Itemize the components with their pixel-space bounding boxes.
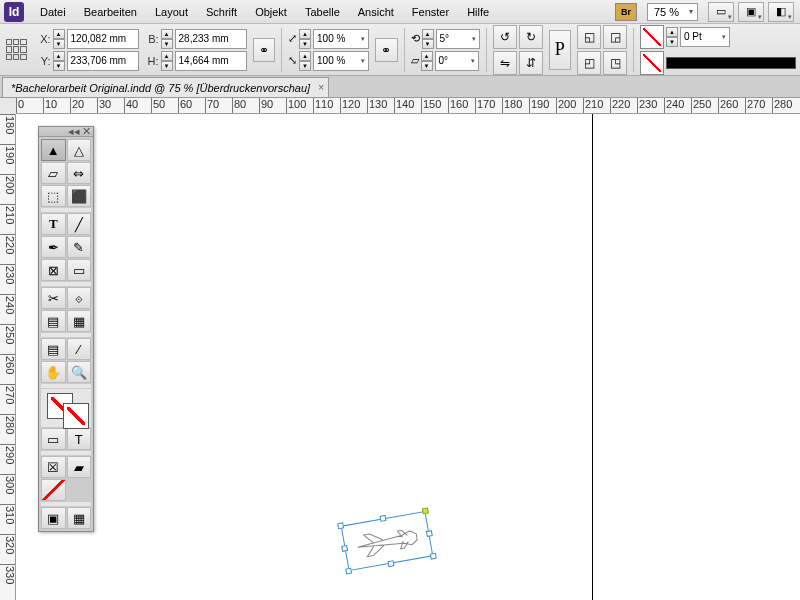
free-transform-tool[interactable]: ⟐ <box>67 287 92 309</box>
handle-top-right[interactable] <box>422 507 429 514</box>
gap-tool[interactable]: ⇔ <box>67 162 92 184</box>
formatting-container-button[interactable]: ▭ <box>41 428 66 450</box>
fill-stroke-swatches[interactable] <box>41 389 91 427</box>
flip-h-button[interactable]: ⇋ <box>493 51 517 75</box>
paragraph-style-icon[interactable]: P <box>549 30 572 70</box>
handle-top-mid[interactable] <box>380 515 387 522</box>
app-icon: Id <box>4 2 24 22</box>
handle-mid-left[interactable] <box>341 545 348 552</box>
screen-mode-button[interactable]: ▣ <box>738 2 764 22</box>
h-spinner[interactable]: ▲▼ <box>161 51 173 71</box>
select-next-button[interactable]: ◳ <box>603 51 627 75</box>
x-label: X: <box>37 33 51 45</box>
line-tool[interactable]: ╱ <box>67 213 92 235</box>
scale-x-spinner[interactable]: ▲▼ <box>299 29 311 49</box>
rectangle-tool[interactable]: ▭ <box>67 259 92 281</box>
flip-v-button[interactable]: ⇵ <box>519 51 543 75</box>
scissors-tool[interactable]: ✂ <box>41 287 66 309</box>
document-tab[interactable]: *Bachelorarbeit Original.indd @ 75 % [Üb… <box>2 77 329 97</box>
gradient-feather-tool[interactable]: ▦ <box>67 310 92 332</box>
apply-none-button[interactable]: ☒ <box>41 456 66 478</box>
menu-hilfe[interactable]: Hilfe <box>459 3 497 21</box>
scale-x-field[interactable]: 100 % <box>313 29 369 49</box>
y-spinner[interactable]: ▲▼ <box>53 51 65 71</box>
hand-tool[interactable]: ✋ <box>41 361 66 383</box>
apply-color-button[interactable]: ▰ <box>67 456 92 478</box>
handle-bot-mid[interactable] <box>388 560 395 567</box>
eyedropper-tool[interactable]: ⁄ <box>67 338 92 360</box>
page-tool[interactable]: ▱ <box>41 162 66 184</box>
menu-datei[interactable]: Datei <box>32 3 74 21</box>
menu-layout[interactable]: Layout <box>147 3 196 21</box>
canvas[interactable] <box>16 114 800 600</box>
stroke-weight-field[interactable]: 0 Pt <box>680 27 730 47</box>
zoom-tool[interactable]: 🔍 <box>67 361 92 383</box>
zoom-level-select[interactable]: 75 % <box>647 3 698 21</box>
reference-point-grid[interactable] <box>4 37 29 63</box>
note-tool[interactable]: ▤ <box>41 338 66 360</box>
scale-group: ⤢▲▼100 % ⤡▲▼100 % <box>288 29 369 71</box>
normal-view-mode[interactable]: ▣ <box>41 507 66 529</box>
vertical-ruler[interactable]: 1801902002102202302402502602702802903003… <box>0 114 16 600</box>
rectangle-frame-tool[interactable]: ⊠ <box>41 259 66 281</box>
pen-tool[interactable]: ✒ <box>41 236 66 258</box>
gradient-swatch-tool[interactable]: ▤ <box>41 310 66 332</box>
content-collector-tool[interactable]: ⬚ <box>41 185 66 207</box>
type-tool[interactable]: T <box>41 213 66 235</box>
handle-bot-right[interactable] <box>430 553 437 560</box>
scale-y-spinner[interactable]: ▲▼ <box>299 51 311 71</box>
horizontal-ruler[interactable]: 0102030405060708090100110120130140150160… <box>16 98 800 114</box>
apply-gradient-button[interactable] <box>41 479 66 501</box>
rotate-field[interactable]: 5° <box>436 29 480 49</box>
handle-bot-left[interactable] <box>345 568 352 575</box>
menu-tabelle[interactable]: Tabelle <box>297 3 348 21</box>
x-field[interactable]: 120,082 mm <box>67 29 139 49</box>
menu-schrift[interactable]: Schrift <box>198 3 245 21</box>
h-label: H: <box>145 55 159 67</box>
scale-y-field[interactable]: 100 % <box>313 51 369 71</box>
select-container-button[interactable]: ◱ <box>577 25 601 49</box>
constrain-proportions-icon[interactable]: ⚭ <box>253 38 276 62</box>
menu-fenster[interactable]: Fenster <box>404 3 457 21</box>
select-prev-button[interactable]: ◰ <box>577 51 601 75</box>
tools-panel-header[interactable]: ◂◂✕ <box>39 127 93 137</box>
stroke-weight-spinner[interactable]: ▲▼ <box>666 27 678 47</box>
workspace: 1801902002102202302402502602702802903003… <box>0 114 800 600</box>
handle-mid-right[interactable] <box>426 530 433 537</box>
position-group: X:▲▼120,082 mm Y:▲▼233,706 mm <box>37 29 139 71</box>
direct-selection-tool[interactable]: △ <box>67 139 92 161</box>
selected-object[interactable] <box>341 511 434 571</box>
x-spinner[interactable]: ▲▼ <box>53 29 65 49</box>
close-tab-icon[interactable]: × <box>318 82 324 93</box>
stroke-color-swatch[interactable] <box>63 403 89 429</box>
menu-objekt[interactable]: Objekt <box>247 3 295 21</box>
fill-swatch[interactable] <box>640 25 664 49</box>
rotate-spinner[interactable]: ▲▼ <box>422 29 434 49</box>
menu-ansicht[interactable]: Ansicht <box>350 3 402 21</box>
selection-tool[interactable]: ▲ <box>41 139 66 161</box>
handle-top-left[interactable] <box>337 522 344 529</box>
bridge-button[interactable]: Br <box>615 3 637 21</box>
shear-field[interactable]: 0° <box>435 51 479 71</box>
w-label: B: <box>145 33 159 45</box>
rotate-cw-button[interactable]: ↻ <box>519 25 543 49</box>
pencil-tool[interactable]: ✎ <box>67 236 92 258</box>
content-placer-tool[interactable]: ⬛ <box>67 185 92 207</box>
y-field[interactable]: 233,706 mm <box>67 51 139 71</box>
formatting-text-button[interactable]: T <box>67 428 92 450</box>
w-field[interactable]: 28,233 mm <box>175 29 247 49</box>
arrange-documents-button[interactable]: ◧ <box>768 2 794 22</box>
select-content-button[interactable]: ◲ <box>603 25 627 49</box>
rotate-ccw-button[interactable]: ↺ <box>493 25 517 49</box>
stroke-swatch[interactable] <box>640 51 664 75</box>
preview-mode[interactable]: ▦ <box>67 507 92 529</box>
w-spinner[interactable]: ▲▼ <box>161 29 173 49</box>
shear-spinner[interactable]: ▲▼ <box>421 51 433 71</box>
menu-bearbeiten[interactable]: Bearbeiten <box>76 3 145 21</box>
tools-panel[interactable]: ◂◂✕ ▲ △ ▱ ⇔ ⬚ ⬛ T ╱ ✒ ✎ ⊠ ▭ ✂ ⟐ ▤ ▦ ▤ ⁄ … <box>38 126 94 532</box>
h-field[interactable]: 14,664 mm <box>175 51 247 71</box>
control-bar: X:▲▼120,082 mm Y:▲▼233,706 mm B:▲▼28,233… <box>0 24 800 76</box>
constrain-scale-icon[interactable]: ⚭ <box>375 38 398 62</box>
stroke-style-select[interactable] <box>666 57 796 69</box>
view-options-button[interactable]: ▭ <box>708 2 734 22</box>
